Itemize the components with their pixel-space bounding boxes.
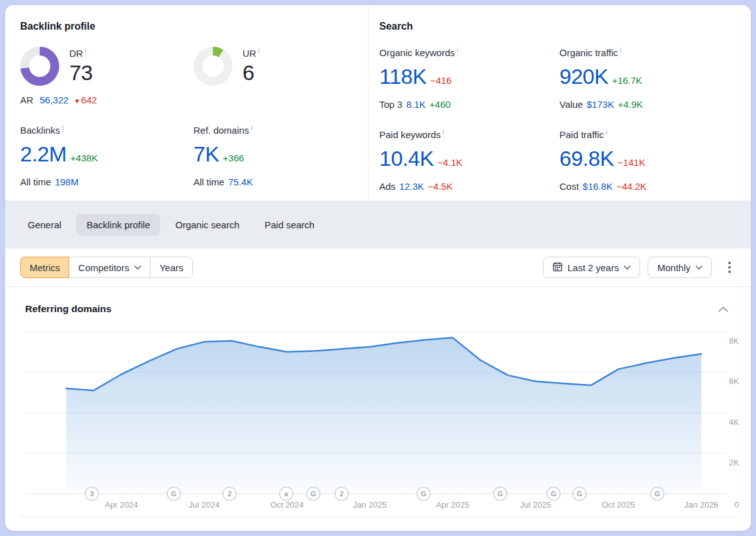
svg-text:G: G bbox=[311, 490, 316, 498]
svg-text:3: 3 bbox=[90, 490, 94, 498]
search-title: Search bbox=[379, 21, 751, 32]
ur-value: 6 bbox=[243, 61, 260, 84]
metrics-button[interactable]: Metrics bbox=[20, 257, 69, 278]
svg-text:G: G bbox=[655, 490, 660, 498]
interval-label: Monthly bbox=[657, 262, 690, 273]
svg-text:Apr 2025: Apr 2025 bbox=[436, 500, 469, 510]
chart-event-marker[interactable]: G bbox=[573, 487, 586, 501]
svg-text:G: G bbox=[498, 490, 503, 498]
cost-value[interactable]: $16.8K bbox=[583, 181, 613, 192]
chart-event-marker[interactable]: G bbox=[494, 487, 507, 501]
date-range-button[interactable]: Last 2 years bbox=[543, 257, 641, 278]
more-options-kebab-icon[interactable] bbox=[723, 258, 736, 277]
bottom-divider bbox=[20, 516, 736, 529]
chart-title: Referring domains bbox=[25, 303, 112, 315]
svg-text:G: G bbox=[577, 490, 583, 498]
svg-text:2: 2 bbox=[227, 490, 231, 498]
dr-metric: DRi 73 AR 56,322▼642 bbox=[20, 47, 193, 105]
ar-value[interactable]: 56,322 bbox=[40, 95, 69, 105]
svg-text:G: G bbox=[171, 490, 177, 498]
referring-domains-card: Referring domains 8K6K4K2K0Apr 2024Jul 2… bbox=[5, 287, 751, 529]
organic-traffic-delta: +16.7K bbox=[612, 75, 642, 86]
paid-traffic-metric: Paid traffici 69.8K−141K Cost$16.8K−44.2… bbox=[559, 129, 751, 192]
tab-general[interactable]: General bbox=[18, 214, 71, 236]
info-icon[interactable]: i bbox=[85, 47, 86, 54]
years-button[interactable]: Years bbox=[150, 257, 193, 278]
organic-traffic-metric: Organic traffici 920K+16.7K Value$173K+4… bbox=[559, 47, 751, 110]
svg-text:Jan 2025: Jan 2025 bbox=[353, 500, 387, 510]
chevron-down-icon bbox=[134, 265, 141, 270]
ads-label: Ads bbox=[379, 181, 396, 192]
svg-text:Jul 2024: Jul 2024 bbox=[189, 500, 220, 510]
ur-donut-chart bbox=[193, 47, 232, 86]
chart-event-marker[interactable]: G bbox=[651, 487, 664, 501]
search-panel: Search Organic keywordsi 118K−416 Top 38… bbox=[369, 5, 751, 201]
collapse-chevron-up-icon[interactable] bbox=[716, 301, 731, 317]
alltime-value[interactable]: 75.4K bbox=[228, 177, 253, 187]
svg-text:Jul 2025: Jul 2025 bbox=[520, 500, 551, 510]
chart-event-marker[interactable]: G bbox=[417, 487, 430, 501]
chart-event-marker[interactable]: a bbox=[280, 487, 293, 501]
alltime-label: All time bbox=[193, 177, 224, 187]
chart-event-marker[interactable]: G bbox=[547, 487, 560, 501]
value-value[interactable]: $173K bbox=[587, 99, 614, 110]
chart-event-marker[interactable]: 3 bbox=[85, 487, 98, 501]
overview-section: Backlink profile DRi 73 AR 56,322▼642 bbox=[5, 5, 751, 201]
ar-delta: 642 bbox=[81, 95, 97, 105]
interval-button[interactable]: Monthly bbox=[648, 257, 712, 278]
backlinks-metric: Backlinksi 2.2M+438K All time198M bbox=[20, 124, 193, 187]
organic-traffic-value: 920K bbox=[559, 64, 608, 88]
ref-domains-delta: +366 bbox=[223, 153, 244, 163]
chart-event-marker[interactable]: G bbox=[307, 487, 320, 501]
organic-keywords-metric: Organic keywordsi 118K−416 Top 38.1K+460 bbox=[379, 47, 559, 110]
svg-text:a: a bbox=[284, 490, 289, 498]
backlinks-value: 2.2M bbox=[20, 142, 67, 166]
info-icon[interactable]: i bbox=[457, 47, 458, 54]
ads-delta: −4.5K bbox=[428, 181, 453, 192]
info-icon[interactable]: i bbox=[620, 47, 621, 54]
paid-keywords-delta: −4.1K bbox=[437, 157, 462, 168]
organic-keywords-value: 118K bbox=[379, 64, 427, 88]
svg-text:Jan 2026: Jan 2026 bbox=[684, 500, 718, 510]
tab-paid-search[interactable]: Paid search bbox=[255, 214, 324, 236]
svg-text:8K: 8K bbox=[729, 336, 739, 346]
svg-text:G: G bbox=[551, 490, 556, 498]
info-icon[interactable]: i bbox=[251, 124, 252, 131]
value-delta: +4.9K bbox=[618, 99, 643, 110]
ads-value[interactable]: 12.3K bbox=[399, 181, 424, 192]
competitors-label: Competitors bbox=[78, 262, 129, 273]
svg-text:6K: 6K bbox=[729, 376, 739, 386]
chart-event-marker[interactable]: G bbox=[167, 487, 180, 501]
ref-domains-value: 7K bbox=[193, 142, 219, 166]
svg-text:Oct 2025: Oct 2025 bbox=[602, 500, 635, 510]
paid-traffic-delta: −141K bbox=[617, 157, 645, 168]
top3-value[interactable]: 8.1K bbox=[406, 99, 426, 110]
tab-backlink-profile[interactable]: Backlink profile bbox=[76, 214, 160, 236]
organic-traffic-label: Organic traffic bbox=[559, 47, 618, 58]
info-icon[interactable]: i bbox=[606, 129, 607, 136]
value-label: Value bbox=[559, 99, 583, 110]
view-segmented-control: Metrics Competitors Years bbox=[20, 257, 193, 278]
paid-keywords-metric: Paid keywordsi 10.4K−4.1K Ads12.3K−4.5K bbox=[379, 129, 559, 192]
triangle-down-icon: ▼ bbox=[74, 97, 81, 105]
tab-organic-search[interactable]: Organic search bbox=[165, 214, 249, 236]
chart-toolbar: Metrics Competitors Years Last 2 years M… bbox=[5, 248, 751, 287]
ref-domains-label: Ref. domains bbox=[193, 125, 249, 136]
top3-label: Top 3 bbox=[379, 99, 403, 110]
calendar-icon bbox=[553, 262, 563, 274]
info-icon[interactable]: i bbox=[258, 47, 260, 54]
competitors-button[interactable]: Competitors bbox=[69, 257, 151, 278]
alltime-label: All time bbox=[20, 177, 51, 187]
alltime-value[interactable]: 198M bbox=[55, 177, 79, 187]
chart-event-marker[interactable]: 2 bbox=[335, 487, 348, 501]
chart-event-marker[interactable]: 2 bbox=[223, 487, 236, 501]
svg-text:G: G bbox=[421, 490, 427, 498]
backlinks-delta: +438K bbox=[71, 153, 98, 163]
ar-label: AR bbox=[20, 95, 33, 105]
dr-value: 73 bbox=[69, 61, 93, 84]
info-icon[interactable]: i bbox=[62, 124, 63, 131]
info-icon[interactable]: i bbox=[443, 129, 444, 136]
backlink-profile-title: Backlink profile bbox=[20, 21, 368, 32]
backlinks-label: Backlinks bbox=[20, 125, 60, 136]
referring-domains-chart[interactable]: 8K6K4K2K0Apr 2024Jul 2024Oct 2024Jan 202… bbox=[25, 323, 741, 513]
